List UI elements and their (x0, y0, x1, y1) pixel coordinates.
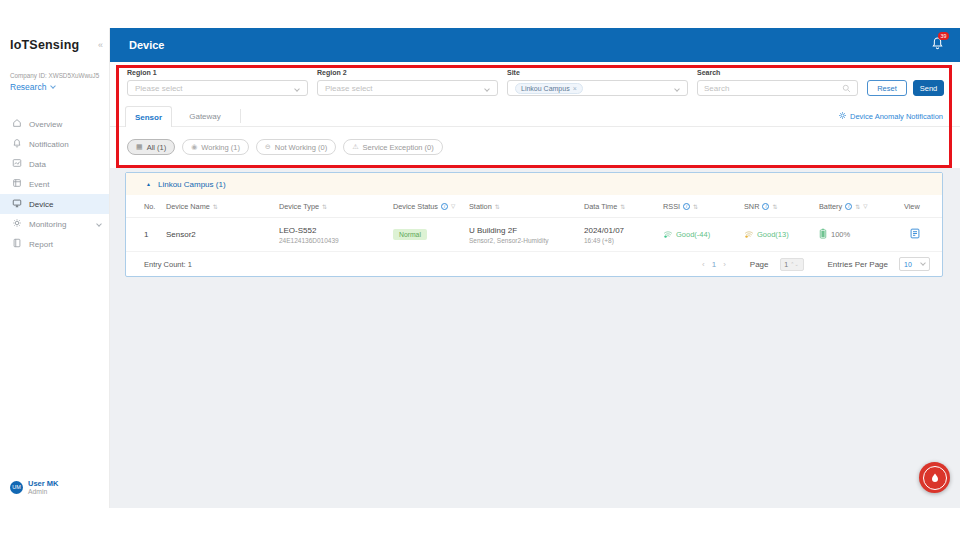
cell-view (904, 228, 936, 241)
battery-value: 100% (831, 230, 850, 239)
region1-select[interactable]: Please select (127, 80, 308, 96)
user-profile[interactable]: UM User MK Admin (10, 479, 58, 496)
site-tag-label: Linkou Campus (521, 85, 570, 92)
page-input[interactable]: 1 ⌃⌄ (780, 258, 804, 271)
current-page[interactable]: 1 (712, 260, 716, 269)
grid-icon: ▦ (136, 143, 143, 151)
table-header-row: No. Device Name⇅ Device Type⇅ Device Sta… (126, 195, 942, 218)
sidebar-item-device[interactable]: Device (0, 194, 109, 214)
group-header-label: Linkou Campus (1) (158, 180, 226, 189)
region2-select[interactable]: Please select (317, 80, 498, 96)
sidebar-collapse-icon[interactable]: « (98, 40, 103, 50)
filter-funnel-icon[interactable]: ▽ (451, 203, 455, 209)
table-group-header[interactable]: ▲ Linkou Campus (1) (126, 173, 942, 195)
info-icon[interactable]: i (441, 203, 448, 210)
user-name: User MK (28, 479, 58, 488)
drop-icon (931, 473, 939, 482)
search-box (697, 80, 858, 96)
signal-icon (744, 229, 754, 240)
chip-not-working[interactable]: ⊖ Not Working (0) (256, 139, 336, 155)
chip-all[interactable]: ▦ All (1) (127, 139, 175, 155)
sidebar-item-monitoring[interactable]: Monitoring (0, 214, 109, 234)
stepper-icon[interactable]: ⌃⌄ (790, 261, 798, 267)
sort-icon[interactable]: ⇅ (495, 203, 500, 210)
chip-service-exception[interactable]: ⚠ Service Exception (0) (343, 139, 443, 155)
chevron-down-icon (920, 260, 926, 266)
info-icon[interactable]: i (845, 203, 852, 210)
search-input[interactable] (704, 84, 842, 93)
col-no: No. (144, 202, 155, 211)
device-serial: 24E124136D010439 (279, 237, 393, 244)
search-icon (842, 79, 851, 97)
tab-gateway[interactable]: Gateway (172, 106, 238, 127)
sidebar-item-label: Monitoring (29, 220, 66, 229)
info-icon[interactable]: i (762, 203, 769, 210)
user-role: Admin (28, 488, 58, 496)
region2-placeholder: Please select (325, 84, 373, 93)
sidebar-item-event[interactable]: Event (0, 174, 109, 194)
sort-icon[interactable]: ⇅ (213, 203, 218, 210)
prev-page-button[interactable]: ‹ (702, 260, 705, 269)
gear-icon (838, 111, 847, 122)
sort-icon[interactable]: ⇅ (693, 203, 698, 210)
floating-alert-button[interactable] (919, 462, 950, 493)
main-content: Device 39 Region 1 Please select Region … (110, 28, 960, 508)
bell-icon (12, 138, 22, 150)
col-view: View (904, 202, 920, 211)
org-switcher[interactable]: Research (0, 82, 109, 92)
send-button[interactable]: Send (913, 80, 944, 96)
entries-per-page-select[interactable]: 10 (899, 257, 930, 271)
chevron-down-icon (51, 83, 57, 89)
chip-label: Not Working (0) (275, 143, 327, 152)
col-device-name: Device Name (166, 202, 210, 211)
filter-row: Region 1 Please select Region 2 Please s… (127, 69, 944, 96)
gear-icon (12, 218, 22, 230)
sort-icon[interactable]: ⇅ (855, 203, 860, 210)
station-sensors: Sensor2, Sensor2-Humidity (469, 237, 584, 244)
rssi-value: Good(-44) (676, 230, 710, 239)
site-tag: Linkou Campus × (515, 83, 583, 94)
region2-label: Region 2 (317, 69, 498, 76)
app-logo: IoTSensing (10, 38, 79, 52)
sidebar-item-data[interactable]: Data (0, 154, 109, 174)
notification-badge: 39 (938, 32, 949, 40)
report-icon (12, 238, 22, 250)
entries-value: 10 (904, 261, 912, 268)
cell-snr: Good(13) (744, 229, 819, 240)
sidebar-item-notification[interactable]: Notification (0, 134, 109, 154)
device-table: ▲ Linkou Campus (1) No. Device Name⇅ Dev… (125, 172, 943, 277)
next-page-button[interactable]: › (723, 260, 726, 269)
sort-icon[interactable]: ⇅ (620, 203, 625, 210)
sidebar-item-overview[interactable]: Overview (0, 114, 109, 134)
home-icon (12, 118, 22, 130)
entry-count: Entry Count: 1 (144, 260, 192, 269)
entries-per-page-label: Entries Per Page (828, 260, 888, 269)
tabs-bar: Sensor Gateway Device Anomaly Notificati… (110, 105, 960, 127)
data-date: 2024/01/07 (584, 226, 663, 235)
sidebar-menu: Overview Notification Data Event Device … (0, 114, 109, 254)
region1-placeholder: Please select (135, 84, 183, 93)
screen: IoTSensing « Company ID: XWSD5XuWwuJ5 Re… (0, 0, 960, 540)
filter-panel: Region 1 Please select Region 2 Please s… (110, 62, 960, 168)
sort-icon[interactable]: ⇅ (322, 203, 327, 210)
cell-rssi: Good(-44) (663, 229, 744, 240)
filter-funnel-icon[interactable]: ▽ (863, 203, 867, 209)
reset-button[interactable]: Reset (867, 80, 907, 96)
notification-bell-button[interactable]: 39 (931, 36, 944, 54)
chip-label: All (1) (147, 143, 167, 152)
status-badge: Normal (393, 229, 427, 240)
sort-icon[interactable]: ⇅ (772, 203, 777, 210)
page-title: Device (129, 39, 164, 51)
view-report-icon[interactable] (910, 228, 920, 241)
site-select[interactable]: Linkou Campus × (507, 80, 688, 96)
col-data-time: Data Time (584, 202, 617, 211)
monitor-icon (12, 198, 22, 210)
data-time: 16:49 (+8) (584, 237, 663, 244)
chip-working[interactable]: ◉ Working (1) (182, 139, 249, 155)
col-station: Station (469, 202, 492, 211)
info-icon[interactable]: i (683, 203, 690, 210)
device-anomaly-notification-link[interactable]: Device Anomaly Notification (838, 111, 943, 122)
close-icon[interactable]: × (573, 85, 577, 92)
tab-sensor[interactable]: Sensor (125, 106, 172, 127)
sidebar-item-report[interactable]: Report (0, 234, 109, 254)
